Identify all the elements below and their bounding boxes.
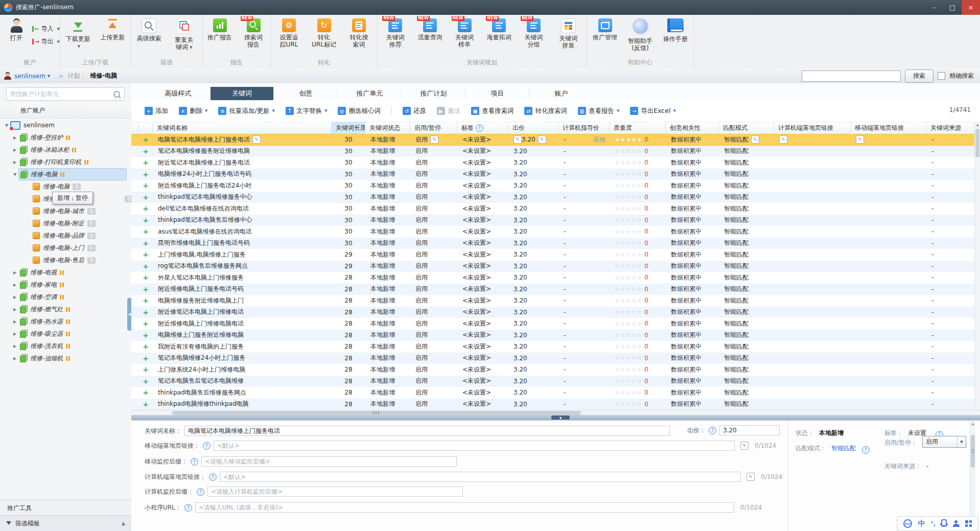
keyword-row[interactable]: +笔记本电脑维修服务附近维修电脑30本地新增启用<未设置>3.20-☆☆☆☆☆0… (131, 146, 975, 157)
toolbar-button-圈选核心词[interactable]: ◎圈选核心词 (338, 107, 381, 116)
help-icon[interactable]: ? (191, 458, 198, 466)
keyword-row[interactable]: +thinkpad电脑售后维修服务网点28本地新增启用<未设置>3.20-☆☆☆… (131, 387, 975, 399)
scroll-up-icon[interactable]: ▲ (975, 122, 980, 128)
keyword-row[interactable]: +笔记本电脑售后笔记本电脑维修28本地新增启用<未设置>3.20-☆☆☆☆☆0数… (131, 376, 975, 387)
edit-icon[interactable]: ✎ (252, 135, 261, 144)
field-input-4[interactable] (207, 487, 463, 497)
keyword-row[interactable]: +rog笔记本电脑售后维修服务网点29本地新增启用<未设置>3.20-☆☆☆☆☆… (131, 261, 975, 272)
add-keyword-icon[interactable]: + (138, 377, 153, 385)
add-keyword-icon[interactable]: + (138, 285, 153, 293)
tab-账户[interactable]: 账户 (530, 87, 593, 100)
keyword-row[interactable]: +附近维修电脑上门维修电脑电话28本地新增启用<未设置>3.20-☆☆☆☆☆0数… (131, 318, 975, 330)
field-input-3[interactable] (220, 472, 741, 482)
keyword-row[interactable]: +电脑维修服务附近维修电脑上门28本地新增启用<未设置>3.20-☆☆☆☆☆0数… (131, 295, 975, 307)
tree-plan-item[interactable]: ▶维修-家电 (0, 279, 131, 291)
add-keyword-icon[interactable]: + (138, 181, 153, 190)
keyword-row[interactable]: +附近修笔记本电脑上门维修电话28本地新增启用<未设置>3.20-☆☆☆☆☆0数… (131, 307, 975, 318)
help-icon[interactable]: ? (197, 488, 204, 496)
scrollbar-thumb[interactable] (971, 435, 975, 468)
tree-plan-item[interactable]: ▼维修-电脑 (0, 168, 131, 180)
add-keyword-icon[interactable]: + (138, 319, 153, 328)
toolbar-button-添加[interactable]: +添加 (145, 107, 168, 116)
ime-menu-grid-icon[interactable] (965, 520, 972, 527)
ribbon-button-高级搜索[interactable]: 高级搜索 (132, 18, 166, 42)
exact-search-checkbox[interactable] (938, 72, 945, 80)
tree-unit-item[interactable]: 维修-电脑-售后0 (0, 254, 131, 266)
keyword-row[interactable]: +dell笔记本电脑维修在线咨询电话30本地新增启用<未设置>3.20-☆☆☆☆… (131, 203, 975, 215)
edit-icon[interactable]: ✎ (856, 135, 864, 144)
column-header-关键词名称[interactable]: 关键词名称 (153, 122, 332, 134)
help-icon[interactable]: ? (862, 446, 870, 454)
keyword-row[interactable]: +附近维修电脑上门服务电话24小时30本地新增启用<未设置>3.20-☆☆☆☆☆… (131, 180, 975, 192)
column-header-计算机指导价[interactable]: 计算机指导价 (558, 122, 610, 134)
ribbon-button-重复关键词[interactable]: 重复关键词▼ (167, 18, 201, 51)
help-icon[interactable]: ? (209, 473, 217, 481)
column-header-移动端落地页链接[interactable]: 移动端落地页链接 (851, 122, 926, 134)
tree-root-account[interactable]: ▼senlinsem (0, 119, 131, 131)
add-keyword-icon[interactable]: + (138, 342, 153, 351)
open-button[interactable]: 打开 (0, 18, 32, 41)
add-keyword-icon[interactable]: + (138, 158, 153, 167)
import-button[interactable]: ←导入▼ (32, 25, 60, 33)
ime-language-icon[interactable]: 中 (918, 519, 925, 528)
add-keyword-icon[interactable]: + (138, 147, 153, 155)
keyword-row[interactable]: +我附近有没有修电脑的上门服务28本地新增启用<未设置>3.20-☆☆☆☆☆0数… (131, 341, 975, 353)
ribbon-button-上传更新[interactable]: 上传更新 (96, 18, 129, 41)
tree-search-input[interactable] (7, 90, 113, 98)
match-mode-link[interactable]: 智能匹配 (831, 445, 856, 452)
ime-brand-icon[interactable]: iFLY (903, 519, 912, 528)
ribbon-button-关键词推荐[interactable]: NEW关键词推荐 (379, 18, 412, 48)
add-keyword-icon[interactable]: + (138, 308, 153, 316)
account-name[interactable]: senlinsem (14, 73, 45, 80)
add-keyword-icon[interactable]: + (138, 170, 153, 178)
tree-unit-item[interactable]: 维修-电脑-品牌0 (0, 229, 131, 242)
keyword-row[interactable]: +电脑笔记本电脑维修上门服务电话✎30本地新增启用✎<未设置>✎3.20✎-采纳… (131, 134, 975, 146)
field-input-0[interactable] (184, 426, 670, 436)
tree-plan-item[interactable]: ▶维修-燃气灶 (0, 303, 131, 315)
ribbon-button-智能助手(反馈)[interactable]: 智能助手(反馈) (623, 18, 657, 52)
column-header-标签[interactable]: 标签? (457, 122, 508, 134)
edit-icon[interactable]: ✎ (751, 135, 759, 144)
panel-splitter[interactable]: ▼ (131, 415, 980, 420)
collapse-panel-button[interactable]: ▼ (551, 415, 570, 420)
ribbon-button-推广报告[interactable]: 推广报告 (203, 18, 237, 41)
column-header-质量度[interactable]: 质量度 (610, 122, 666, 134)
add-keyword-icon[interactable]: + (138, 262, 153, 270)
edit-icon[interactable]: ✎ (538, 135, 546, 144)
adopt-button[interactable]: 采纳 (593, 135, 605, 144)
edit-icon[interactable]: ✎ (740, 442, 749, 450)
column-header-启用/暂停[interactable]: 启用/暂停 (410, 122, 457, 134)
promotion-tools-button[interactable]: 推广工具 (0, 500, 131, 516)
user-icon[interactable] (953, 520, 960, 527)
tree-unit-item[interactable]: 维修-电脑-附近0 (0, 217, 131, 229)
toolbar-button-文字替换[interactable]: T文字替换▼ (286, 107, 327, 116)
toolbar-button-转化搜索词[interactable]: ⇄转化搜索词 (524, 107, 567, 116)
microphone-icon[interactable] (941, 519, 947, 526)
tab-推广计划[interactable]: 推广计划 (402, 87, 465, 100)
add-keyword-icon[interactable]: + (138, 204, 153, 213)
close-button[interactable]: × (962, 0, 980, 15)
keyword-row[interactable]: +笔记本电脑维修24小时上门服务28本地新增启用<未设置>3.20-☆☆☆☆☆0… (131, 353, 975, 364)
export-button[interactable]: →导出▼ (32, 37, 60, 46)
tab-创意[interactable]: 创意 (274, 87, 337, 100)
minimize-button[interactable]: – (925, 0, 943, 15)
add-keyword-icon[interactable]: + (138, 135, 153, 144)
ribbon-button-转化URL标记[interactable]: ↻转化URL标记 (307, 18, 341, 48)
price-input[interactable] (719, 425, 780, 435)
tab-项目[interactable]: 项目 (466, 87, 529, 100)
enable-pause-dropdown[interactable]: 启用 ▼ (922, 436, 966, 448)
ribbon-button-操作手册[interactable]: 操作手册 (659, 18, 692, 42)
tree-plan-item[interactable]: ▶维修-热水器 (0, 315, 131, 328)
keyword-row[interactable]: +上门维修电脑,电脑维修上门服务29本地新增启用<未设置>3.20-☆☆☆☆☆0… (131, 249, 975, 261)
tree-plan-item[interactable]: ▶维修-油烟机 (0, 352, 131, 364)
account-dropdown-icon[interactable]: ▼ (48, 74, 50, 78)
search-button[interactable]: 搜索 (905, 70, 934, 83)
ribbon-button-设置追踪URL[interactable]: ⚙设置追踪URL (272, 18, 306, 48)
field-input-5[interactable] (195, 502, 734, 513)
help-icon[interactable]: ? (203, 442, 211, 450)
ribbon-button-转化搜索词[interactable]: 转化搜索词 (342, 18, 376, 48)
tree-plan-item[interactable]: ▶维修-吸尘器 (0, 328, 131, 340)
tab-高级样式[interactable]: 高级样式 (147, 87, 209, 100)
toolbar-button-删除[interactable]: ×删除▼ (179, 107, 207, 116)
column-header-出价[interactable]: 出价 (508, 122, 558, 134)
